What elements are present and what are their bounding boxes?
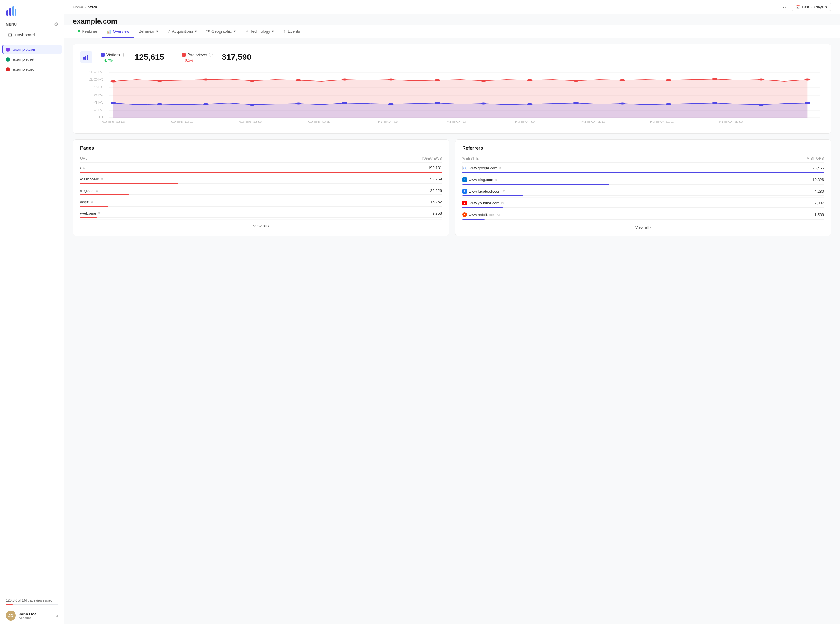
svg-point-45 xyxy=(434,102,440,104)
date-filter-button[interactable]: 📅 Last 30 days ▾ xyxy=(792,3,831,11)
referrers-table-card: Referrers Website Visitors G www.google.… xyxy=(455,139,831,236)
svg-point-31 xyxy=(527,79,532,81)
pages-table-card: Pages URL Pageviews / ⧉ 199,131 xyxy=(73,139,449,236)
table-row: /dashboard ⧉ 53,769 xyxy=(80,174,442,185)
referrers-table-header: Website Visitors xyxy=(462,155,824,163)
stats-header: Visitors ⓘ ↑ 4.7% 125,615 xyxy=(80,50,824,65)
external-link-icon[interactable]: ⧉ xyxy=(503,190,506,193)
dashboard-icon: ⊞ xyxy=(8,32,12,38)
svg-text:Oct 22: Oct 22 xyxy=(102,120,125,124)
line-chart: 12K 10K 8K 6K 4K 2K 0 xyxy=(80,69,824,127)
more-options-button[interactable]: ··· xyxy=(783,4,788,10)
google-icon: G xyxy=(462,165,467,170)
svg-text:Nov 15: Nov 15 xyxy=(650,120,674,124)
visitors-metric: Visitors ⓘ ↑ 4.7% 125,615 xyxy=(101,52,164,62)
table-row: b www.bing.com ⧉ 10,326 xyxy=(462,175,824,186)
table-row: /login ⧉ 15,252 xyxy=(80,197,442,208)
svg-point-46 xyxy=(481,103,486,105)
svg-point-36 xyxy=(758,79,764,81)
table-row: /welcome ⧉ 9,258 xyxy=(80,208,442,219)
tabs-bar: Realtime 📊 Overview Behavior ▾ ⇄ Acquisi… xyxy=(64,25,840,38)
pageviews-change: ↓ 0.5% xyxy=(182,58,213,62)
svg-point-26 xyxy=(295,79,301,81)
chevron-down-icon: ▾ xyxy=(234,29,236,34)
user-profile[interactable]: JD John Doe Account ⇥ xyxy=(0,607,64,624)
facebook-icon: f xyxy=(462,189,467,194)
svg-point-39 xyxy=(156,103,162,105)
svg-point-40 xyxy=(203,103,209,105)
tab-overview[interactable]: 📊 Overview xyxy=(102,26,134,38)
external-link-icon[interactable]: ⧉ xyxy=(101,177,103,181)
svg-point-47 xyxy=(527,103,532,105)
svg-point-27 xyxy=(342,79,348,81)
menu-section-label: MENU ⚙ xyxy=(0,19,64,29)
svg-point-25 xyxy=(249,80,255,82)
sites-section: example.com example.net example.org xyxy=(0,41,64,76)
svg-point-52 xyxy=(758,104,764,106)
visitors-change: ↑ 4.7% xyxy=(101,58,125,62)
logo xyxy=(0,0,64,19)
external-link-icon[interactable]: ⧉ xyxy=(497,213,500,217)
tab-geographic[interactable]: 🗺 Geographic ▾ xyxy=(201,25,240,38)
external-link-icon[interactable]: ⧉ xyxy=(96,188,98,192)
svg-point-23 xyxy=(156,80,162,82)
svg-rect-5 xyxy=(85,56,86,60)
table-row: / ⧉ 199,131 xyxy=(80,163,442,174)
chevron-down-icon: ▾ xyxy=(825,5,828,9)
pageviews-color-dot xyxy=(182,53,186,57)
site-dot-green xyxy=(6,57,10,62)
external-link-icon[interactable]: ⧉ xyxy=(83,166,85,170)
arrow-right-icon: › xyxy=(268,224,269,228)
svg-point-30 xyxy=(481,80,486,82)
stats-chart-icon xyxy=(80,51,93,63)
pageviews-info-icon[interactable]: ⓘ xyxy=(209,52,213,57)
logout-icon[interactable]: ⇥ xyxy=(54,613,58,618)
breadcrumb: Home › Stats xyxy=(73,5,97,9)
svg-rect-7 xyxy=(89,56,89,60)
topbar: Home › Stats ··· 📅 Last 30 days ▾ xyxy=(64,0,840,14)
svg-point-49 xyxy=(619,103,625,105)
table-row: f www.facebook.com ⧉ 4,280 xyxy=(462,186,824,198)
external-link-icon[interactable]: ⧉ xyxy=(98,212,101,215)
sidebar-item-example-com[interactable]: example.com xyxy=(2,45,62,54)
sidebar-item-example-org[interactable]: example.org xyxy=(2,65,62,74)
visitors-info-icon[interactable]: ⓘ xyxy=(122,52,125,57)
svg-point-32 xyxy=(573,80,579,82)
pages-view-all-button[interactable]: View all › xyxy=(80,219,442,229)
settings-icon[interactable]: ⚙ xyxy=(54,22,58,27)
svg-text:Nov 12: Nov 12 xyxy=(581,120,606,124)
tab-behavior[interactable]: Behavior ▾ xyxy=(134,25,163,38)
svg-rect-1 xyxy=(9,8,11,16)
svg-point-37 xyxy=(804,79,810,81)
pageviews-value: 317,590 xyxy=(222,53,251,62)
page-title: example.com xyxy=(64,14,840,25)
calendar-icon: 📅 xyxy=(795,5,800,9)
svg-text:Nov 6: Nov 6 xyxy=(446,120,466,124)
tab-technology[interactable]: 🖥 Technology ▾ xyxy=(240,25,278,38)
chevron-down-icon: ▾ xyxy=(156,29,158,34)
pageviews-metric: Pageviews ⓘ ↓ 0.5% 317,590 xyxy=(182,52,251,62)
svg-text:Nov 18: Nov 18 xyxy=(718,120,743,124)
tab-events[interactable]: ⊹ Events xyxy=(278,26,305,38)
topbar-right: ··· 📅 Last 30 days ▾ xyxy=(783,3,831,11)
svg-text:6K: 6K xyxy=(93,93,104,97)
svg-text:0: 0 xyxy=(99,116,104,119)
tab-realtime[interactable]: Realtime xyxy=(73,26,102,38)
referrers-table-title: Referrers xyxy=(462,145,824,151)
visitors-value: 125,615 xyxy=(135,53,164,62)
table-row: ▶ www.youtube.com ⧉ 2,837 xyxy=(462,198,824,209)
svg-point-28 xyxy=(388,79,394,81)
sidebar-item-example-net[interactable]: example.net xyxy=(2,54,62,64)
sidebar-item-dashboard[interactable]: ⊞ Dashboard xyxy=(2,29,62,40)
svg-text:2K: 2K xyxy=(93,108,104,112)
avatar: JD xyxy=(6,610,16,621)
svg-point-53 xyxy=(804,102,810,104)
external-link-icon[interactable]: ⧉ xyxy=(499,166,501,170)
pages-table-title: Pages xyxy=(80,145,442,151)
external-link-icon[interactable]: ⧉ xyxy=(91,200,93,204)
external-link-icon[interactable]: ⧉ xyxy=(495,178,497,182)
referrers-view-all-button[interactable]: View all › xyxy=(462,221,824,230)
external-link-icon[interactable]: ⧉ xyxy=(501,201,504,205)
youtube-icon: ▶ xyxy=(462,201,467,205)
tab-acquisitions[interactable]: ⇄ Acquisitions ▾ xyxy=(163,25,201,38)
